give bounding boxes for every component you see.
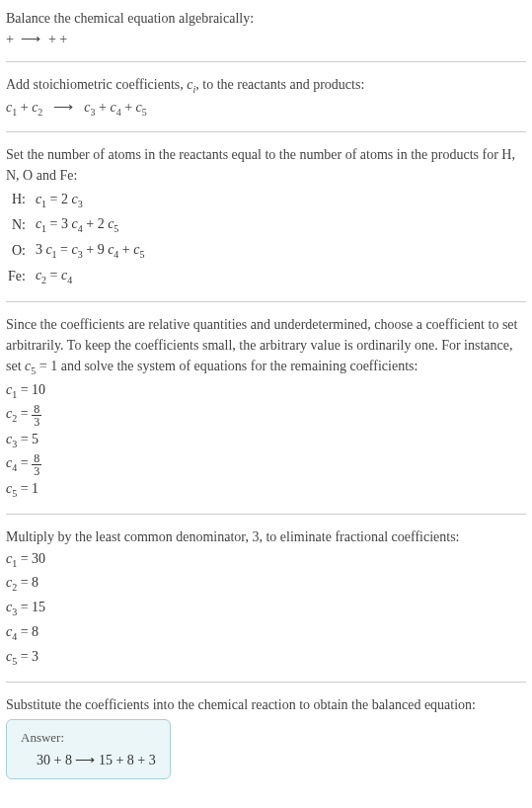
coef-line: c5 = 3 — [6, 645, 526, 670]
table-row: Fe: c2 = c4 — [6, 264, 150, 289]
intro-equation: + ⟶ + + — [6, 29, 526, 49]
stoich-equation: c1 + c2 ⟶ c3 + c4 + c5 — [6, 97, 526, 120]
coef-line: c4 = 83 — [6, 451, 526, 476]
atom-eq: c1 = 3 c4 + 2 c5 — [34, 212, 151, 238]
atoms-section: Set the number of atoms in the reactants… — [6, 144, 526, 289]
atom-label: O: — [6, 238, 34, 264]
choose-text: Since the coefficients are relative quan… — [6, 314, 526, 378]
substitute-text: Substitute the coefficients into the che… — [6, 694, 526, 715]
coef-line: c5 = 1 — [6, 477, 526, 502]
atom-label: Fe: — [6, 264, 34, 289]
atom-label: H: — [6, 188, 34, 213]
atom-eq: 3 c1 = c3 + 9 c4 + c5 — [34, 238, 151, 264]
coef-line: c4 = 8 — [6, 620, 526, 645]
stoich-section: Add stoichiometric coefficients, ci, to … — [6, 74, 526, 120]
divider — [6, 131, 526, 132]
multiply-text: Multiply by the least common denominator… — [6, 526, 526, 547]
coef-list: c1 = 30 c2 = 8 c3 = 15 c4 = 8 c5 = 3 — [6, 547, 526, 670]
coef-line: c3 = 15 — [6, 596, 526, 620]
coef-line: c1 = 30 — [6, 547, 526, 572]
substitute-section: Substitute the coefficients into the che… — [6, 694, 526, 779]
intro-plus2: + + — [48, 32, 67, 46]
table-row: O: 3 c1 = c3 + 9 c4 + c5 — [6, 238, 150, 264]
choose-section: Since the coefficients are relative quan… — [6, 314, 526, 502]
atom-eq: c2 = c4 — [34, 264, 151, 289]
atoms-table: H: c1 = 2 c3 N: c1 = 3 c4 + 2 c5 O: 3 c1… — [6, 188, 150, 289]
answer-label: Answer: — [21, 730, 156, 746]
coef-line: c1 = 10 — [6, 378, 526, 403]
divider — [6, 682, 526, 683]
table-row: N: c1 = 3 c4 + 2 c5 — [6, 212, 150, 238]
atoms-intro: Set the number of atoms in the reactants… — [6, 144, 526, 186]
fraction: 83 — [32, 452, 41, 477]
arrow-icon: ⟶ — [17, 29, 44, 49]
arrow-icon: ⟶ — [49, 97, 77, 118]
atom-label: N: — [6, 212, 34, 238]
answer-equation: 30 + 8 ⟶ 15 + 8 + 3 — [21, 752, 156, 768]
fraction: 83 — [32, 403, 41, 428]
intro-plus1: + — [6, 32, 17, 46]
table-row: H: c1 = 2 c3 — [6, 188, 150, 213]
coef-line: c2 = 83 — [6, 402, 526, 427]
atom-eq: c1 = 2 c3 — [34, 188, 151, 213]
stoich-intro: Add stoichiometric coefficients, ci, to … — [6, 74, 526, 97]
intro-section: Balance the chemical equation algebraica… — [6, 8, 526, 49]
coef-line: c3 = 5 — [6, 428, 526, 452]
intro-line1: Balance the chemical equation algebraica… — [6, 8, 526, 29]
divider — [6, 514, 526, 515]
answer-box: Answer: 30 + 8 ⟶ 15 + 8 + 3 — [6, 719, 171, 779]
divider — [6, 61, 526, 62]
coef-line: c2 = 8 — [6, 571, 526, 596]
coef-list: c1 = 10 c2 = 83 c3 = 5 c4 = 83 c5 = 1 — [6, 378, 526, 502]
multiply-section: Multiply by the least common denominator… — [6, 526, 526, 670]
divider — [6, 301, 526, 302]
